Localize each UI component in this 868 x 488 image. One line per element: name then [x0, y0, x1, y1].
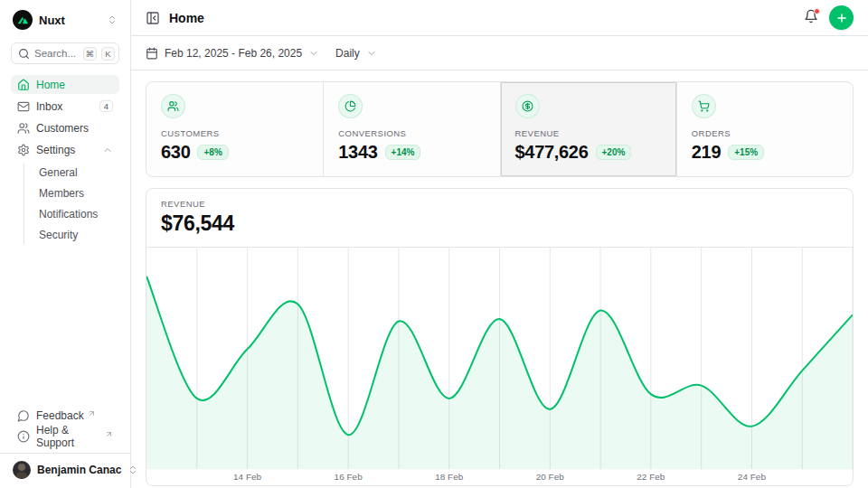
page-title: Home: [169, 11, 793, 25]
feedback-link[interactable]: Feedback: [11, 407, 119, 425]
users-icon: [161, 94, 185, 118]
sidebar-spacer: [11, 244, 119, 407]
sidebar-footer: Feedback Help & Support: [11, 407, 119, 451]
notifications-button[interactable]: [802, 7, 820, 29]
stat-card-conversions[interactable]: CONVERSIONS 1343 +14%: [323, 82, 499, 176]
chart-plot-area[interactable]: 14 Feb16 Feb18 Feb20 Feb22 Feb24 Feb: [146, 248, 853, 485]
gear-icon: [17, 144, 30, 156]
delta-badge: +20%: [596, 145, 632, 160]
message-circle-icon: [17, 409, 30, 422]
period-select[interactable]: Daily: [335, 47, 377, 60]
sub-item-label: General: [39, 166, 78, 179]
mail-icon: [17, 100, 30, 113]
delta-badge: +15%: [728, 145, 764, 160]
calendar-icon: [146, 47, 158, 60]
chevrons-up-down-icon: [107, 14, 118, 25]
help-support-link[interactable]: Help & Support: [11, 427, 119, 446]
sub-item-label: Security: [39, 229, 78, 241]
footer-item-label: Feedback: [36, 409, 84, 422]
stats-row: CUSTOMERS 630 +8% CONVERSIONS 1343 +14%: [146, 81, 854, 177]
users-icon: [17, 122, 30, 135]
sub-item-label: Members: [39, 187, 84, 200]
period-value: Daily: [335, 47, 360, 60]
user-menu[interactable]: Benjamin Canac: [0, 453, 130, 481]
stat-value: 630: [161, 142, 190, 163]
sidebar-item-members[interactable]: Members: [33, 184, 119, 202]
stat-card-revenue[interactable]: REVENUE $477,626 +20%: [500, 82, 676, 176]
x-axis-tick-label: 24 Feb: [738, 472, 767, 482]
page-header: Home: [131, 0, 868, 36]
sidebar-item-security[interactable]: Security: [33, 226, 119, 244]
x-axis-tick-label: 22 Feb: [637, 472, 665, 482]
team-switcher[interactable]: Nuxt: [11, 9, 119, 31]
sidebar-item-inbox[interactable]: Inbox 4: [11, 97, 119, 116]
kbd-meta: ⌘: [83, 47, 98, 61]
stat-label: CONVERSIONS: [338, 128, 485, 138]
nuxt-logo-icon: [13, 10, 33, 30]
settings-sub-list: General Members Notifications Security: [24, 164, 119, 244]
chart-metric-label: REVENUE: [161, 199, 838, 209]
stat-value: $477,626: [515, 142, 589, 163]
dashboard-content: CUSTOMERS 630 +8% CONVERSIONS 1343 +14%: [131, 70, 868, 488]
stat-card-customers[interactable]: CUSTOMERS 630 +8%: [146, 82, 323, 176]
plus-icon: [835, 12, 848, 24]
sidebar-nav: Home Inbox 4 Customers Settings: [11, 75, 119, 244]
search-placeholder: Search...: [34, 48, 79, 59]
kbd-k: K: [101, 47, 115, 61]
stat-label: CUSTOMERS: [161, 128, 308, 138]
stat-value: 1343: [338, 142, 377, 163]
user-name: Benjamin Canac: [37, 464, 121, 476]
panel-left-close-icon[interactable]: [146, 11, 160, 25]
sidebar-item-settings[interactable]: Settings: [11, 140, 119, 159]
main-area: Home Feb 12, 2025 - Feb 26, 2025 Daily: [131, 0, 868, 488]
add-button[interactable]: [829, 5, 854, 30]
sidebar-item-label: Home: [36, 79, 113, 91]
inbox-count-badge: 4: [99, 100, 113, 113]
sidebar-item-home[interactable]: Home: [11, 75, 119, 94]
sub-item-label: Notifications: [39, 208, 98, 221]
chart-header: REVENUE $76,544: [146, 189, 853, 248]
search-input[interactable]: Search... ⌘ K: [11, 42, 119, 64]
sidebar-item-general[interactable]: General: [33, 164, 119, 182]
search-icon: [18, 48, 30, 60]
delta-badge: +8%: [197, 145, 228, 160]
stat-card-orders[interactable]: ORDERS 219 +15%: [676, 82, 853, 176]
date-range-value: Feb 12, 2025 - Feb 26, 2025: [165, 47, 302, 60]
sidebar-item-notifications[interactable]: Notifications: [33, 205, 119, 223]
app-window: Nuxt Search... ⌘ K Home: [0, 0, 868, 488]
chart-metric-value: $76,544: [161, 211, 838, 236]
chevron-down-icon: [366, 48, 377, 59]
x-axis-tick-label: 20 Feb: [536, 472, 565, 482]
area-chart[interactable]: 14 Feb16 Feb18 Feb20 Feb22 Feb24 Feb: [146, 248, 853, 485]
info-circle-icon: [17, 430, 30, 443]
chevron-down-icon: [308, 48, 319, 59]
x-axis-tick-label: 16 Feb: [335, 472, 363, 482]
sidebar-item-label: Customers: [36, 122, 113, 135]
sidebar-item-label: Inbox: [36, 100, 93, 113]
arrow-up-right-icon: [88, 409, 96, 418]
x-axis-tick-label: 14 Feb: [233, 472, 262, 482]
pie-chart-icon: [338, 94, 363, 118]
workspace-name: Nuxt: [39, 14, 100, 27]
chevron-up-icon: [102, 145, 113, 155]
notification-dot: [814, 8, 820, 14]
avatar: [13, 461, 31, 479]
home-icon: [17, 79, 30, 91]
stat-label: REVENUE: [515, 128, 662, 138]
dollar-sign-icon: [515, 94, 540, 118]
stat-value: 219: [692, 142, 721, 163]
arrow-up-right-icon: [105, 430, 113, 438]
delta-badge: +14%: [385, 145, 421, 160]
x-axis-tick-label: 18 Feb: [435, 472, 464, 482]
filters-toolbar: Feb 12, 2025 - Feb 26, 2025 Daily: [131, 36, 868, 70]
shopping-cart-icon: [692, 94, 716, 118]
sidebar-item-label: Settings: [36, 144, 96, 156]
footer-item-label: Help & Support: [36, 424, 101, 449]
revenue-chart-card: REVENUE $76,544 14 Feb16 Feb18 Feb20 Feb…: [146, 188, 854, 486]
date-range-picker[interactable]: Feb 12, 2025 - Feb 26, 2025: [146, 47, 319, 60]
stat-label: ORDERS: [692, 128, 838, 138]
sidebar-item-customers[interactable]: Customers: [11, 118, 119, 137]
sidebar: Nuxt Search... ⌘ K Home: [0, 0, 131, 488]
